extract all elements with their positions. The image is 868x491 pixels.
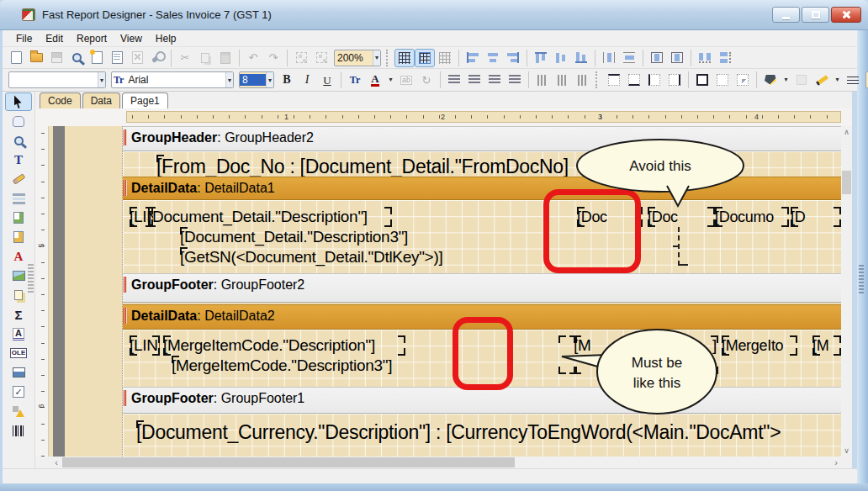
text-cursor-tool[interactable]: T	[5, 150, 32, 169]
ungroup-button[interactable]	[311, 49, 331, 67]
text-align-center-button[interactable]	[464, 71, 484, 89]
draw-text-tool[interactable]: A	[5, 325, 32, 343]
frame-right-button[interactable]	[664, 71, 685, 89]
text-object[interactable]: [MergeItemCode."Description3"]	[172, 356, 453, 376]
chevron-down-icon[interactable]: ▾	[98, 72, 105, 87]
tab-code[interactable]: Code	[40, 92, 81, 108]
tab-data[interactable]: Data	[82, 92, 120, 108]
text-object[interactable]: [MergeItemCode."Description"]	[163, 335, 405, 356]
vertical-scrollbar-thumb[interactable]	[842, 171, 851, 194]
sum-object-tool[interactable]: Σ	[5, 305, 32, 324]
new-report-button[interactable]	[6, 49, 26, 67]
palette-grip[interactable]	[28, 264, 34, 293]
text-object[interactable]: [Doc	[648, 207, 715, 227]
frame-settings-button[interactable]	[733, 71, 753, 89]
band-header-detaildata1[interactable]: DetailData: DetailData1	[123, 177, 841, 200]
show-grid-button[interactable]	[394, 49, 415, 67]
space-horizontally-button[interactable]	[599, 49, 619, 67]
horizontal-scrollbar[interactable]: ‹ ›	[35, 457, 852, 468]
scroll-right-icon[interactable]: ›	[830, 457, 842, 468]
line-color-arrow[interactable]: ▾	[832, 71, 843, 89]
page-settings-button[interactable]	[147, 49, 167, 67]
frame-bottom-button[interactable]	[624, 71, 644, 89]
insert-band-tool[interactable]	[5, 189, 32, 208]
menu-item-help[interactable]: Help	[150, 31, 183, 46]
style-combo[interactable]: ▾	[8, 71, 106, 88]
menu-item-edit[interactable]: Edit	[40, 31, 69, 46]
frame-top-button[interactable]	[604, 71, 624, 89]
center-horizontally-button[interactable]	[647, 49, 667, 67]
underline-button[interactable]: U	[317, 71, 337, 89]
line-color-button[interactable]	[812, 71, 832, 89]
align-left-button[interactable]	[463, 49, 483, 67]
italic-button[interactable]: I	[297, 71, 317, 89]
zoom-tool[interactable]	[5, 131, 32, 150]
text-object[interactable]: [M]	[574, 335, 718, 374]
band-content-groupfooter1[interactable]: [Document_Currency."Description"] : [Cur…	[123, 414, 841, 457]
text-object[interactable]: [LINE	[130, 335, 160, 356]
format-painter-tool[interactable]	[5, 170, 32, 188]
font-color-arrow[interactable]: ▾	[385, 71, 396, 89]
new-page-button[interactable]	[87, 49, 107, 67]
band-header-groupfooter1[interactable]: GroupFooter: GroupFooter1	[123, 387, 841, 414]
menu-item-report[interactable]: Report	[71, 31, 113, 46]
text-object[interactable]: [Documo	[715, 207, 789, 227]
scroll-down-icon[interactable]: ∨	[841, 445, 852, 457]
delete-page-button[interactable]	[127, 49, 147, 67]
align-to-grid-button[interactable]	[415, 49, 435, 67]
align-top-button[interactable]	[531, 49, 551, 67]
maximize-button[interactable]	[802, 7, 829, 23]
font-size-combo[interactable]: 8▾	[239, 71, 274, 88]
barcode-object-tool[interactable]	[5, 421, 32, 440]
preview-button[interactable]	[66, 49, 87, 67]
vertical-align-top-button[interactable]	[532, 71, 553, 89]
text-object[interactable]: [M	[812, 335, 841, 356]
toolbar-grip-icon[interactable]	[386, 50, 389, 66]
close-button[interactable]	[831, 7, 861, 23]
text-align-left-button[interactable]	[444, 71, 464, 89]
open-button[interactable]	[26, 49, 46, 67]
space-vertically-button[interactable]	[619, 49, 639, 67]
font-settings-button[interactable]: Tr	[345, 71, 365, 89]
chevron-down-icon[interactable]: ▾	[266, 72, 273, 87]
title-bar[interactable]: Fast Report Designer - Sales Invoice 7 (…	[0, 0, 868, 30]
same-width-button[interactable]	[695, 49, 715, 67]
center-vertically-button[interactable]	[667, 49, 687, 67]
frame-all-button[interactable]	[692, 71, 712, 89]
band-header-groupfooter2[interactable]: GroupFooter: GroupFooter2	[123, 273, 841, 303]
text-object[interactable]: [GetSN(<Document_Detail."DtlKey">)]	[180, 247, 493, 267]
band-header-groupheader2[interactable]: GroupHeader: GroupHeader2	[123, 126, 841, 151]
line-style-button[interactable]	[843, 71, 863, 89]
zoom-combo[interactable]: 200%▾	[334, 50, 381, 66]
frame-none-button[interactable]	[712, 71, 733, 89]
scroll-left-icon[interactable]: ‹	[50, 457, 62, 468]
cut-button[interactable]: ✂	[175, 49, 195, 67]
vertical-align-middle-button[interactable]	[553, 71, 573, 89]
panel-splitter-grip[interactable]	[859, 265, 864, 295]
fill-style-button[interactable]	[791, 71, 812, 89]
font-color-button[interactable]: A	[365, 71, 385, 89]
text-object[interactable]: [MergeIto	[722, 335, 797, 356]
band-content-detaildata1[interactable]: [LIN [Document_Detail."Description"] [Do…	[123, 200, 841, 273]
align-bottom-button[interactable]	[571, 49, 591, 67]
save-button[interactable]	[46, 49, 66, 67]
rectangle-object-tool[interactable]	[5, 363, 32, 382]
scroll-up-icon[interactable]: ∧	[841, 126, 852, 138]
text-align-right-button[interactable]	[484, 71, 505, 89]
menu-item-view[interactable]: View	[114, 31, 148, 46]
tab-page1[interactable]: Page1	[122, 92, 168, 108]
toolbar-grip-icon[interactable]	[595, 71, 599, 88]
fill-color-arrow[interactable]: ▾	[781, 71, 791, 89]
vertical-scrollbar[interactable]: ∧ ∨	[841, 126, 852, 457]
ole-object-tool[interactable]: OLE	[5, 344, 32, 362]
same-height-button[interactable]	[715, 49, 735, 67]
bold-button[interactable]: B	[277, 71, 297, 89]
subreport-object-tool[interactable]	[5, 209, 32, 227]
text-object[interactable]: [Document_Detail."Description"]	[148, 207, 392, 227]
chevron-down-icon[interactable]: ▾	[373, 50, 380, 66]
text-justify-button[interactable]	[505, 71, 525, 89]
shape-object-tool[interactable]	[5, 402, 32, 420]
fill-color-button[interactable]	[760, 71, 781, 89]
hand-tool[interactable]	[5, 112, 32, 130]
font-name-combo[interactable]: TrArial▾	[111, 71, 234, 88]
